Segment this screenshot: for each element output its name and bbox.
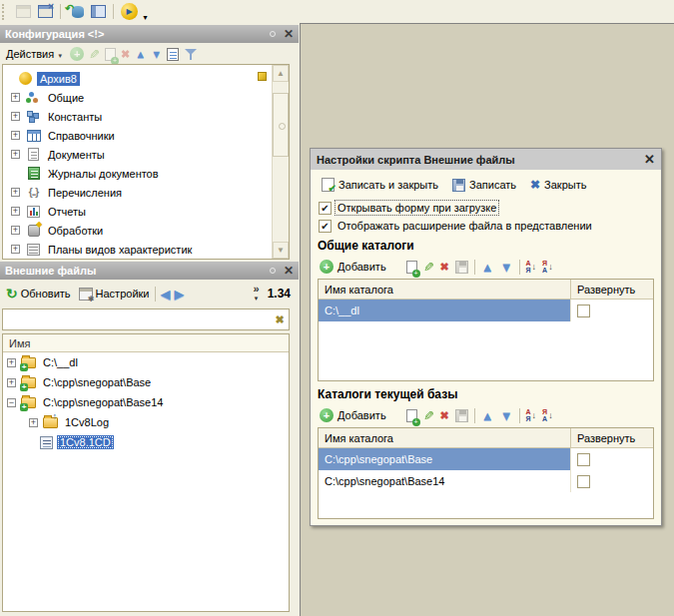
dialog-close-icon[interactable] <box>644 155 655 165</box>
file-tree-item-base[interactable]: C:\cpp\snegopat\Base <box>3 372 289 392</box>
save-button[interactable]: Записать <box>448 177 520 194</box>
delete-icon[interactable] <box>121 48 130 61</box>
close-icon[interactable] <box>284 29 294 39</box>
database-button[interactable] <box>65 2 87 22</box>
expander-icon[interactable] <box>11 93 20 102</box>
expander-icon[interactable] <box>11 207 20 216</box>
run-dropdown-caret[interactable]: ▼ <box>142 14 149 23</box>
scrollbar-thumb[interactable] <box>273 93 289 157</box>
file-tree-item-dl[interactable]: C:\__dl <box>3 352 289 372</box>
move-up-icon[interactable] <box>481 408 494 423</box>
table-row[interactable]: C:\cpp\snegopat\Base <box>319 448 653 470</box>
open-form-checkbox[interactable] <box>319 202 332 215</box>
pin-icon[interactable] <box>270 268 276 274</box>
show-extension-checkbox[interactable] <box>319 220 332 233</box>
table-row[interactable]: C:\__dl <box>319 300 653 321</box>
actions-menu[interactable]: Действия <box>4 46 65 62</box>
expander-icon[interactable] <box>11 131 20 140</box>
filter-icon[interactable] <box>184 47 198 61</box>
back-icon[interactable] <box>160 287 170 302</box>
expander-icon[interactable] <box>11 226 20 235</box>
table-row[interactable]: C:\cpp\snegopat\Base14 <box>319 470 653 492</box>
copy-icon[interactable] <box>105 48 116 61</box>
name-column-header[interactable]: Имя каталога <box>319 428 571 447</box>
files-toolbar: Обновить Настройки » 1.34 <box>0 281 299 307</box>
pin-icon[interactable] <box>270 31 276 37</box>
refresh-button[interactable]: Обновить <box>4 284 73 304</box>
settings-button[interactable]: Настройки <box>77 286 152 303</box>
open-form-label[interactable]: Открывать форму при загрузке <box>336 201 498 215</box>
tree-item-constants[interactable]: Константы <box>11 107 289 126</box>
expander-icon[interactable] <box>11 245 20 254</box>
tree-item-label: Планы видов характеристик <box>45 243 195 257</box>
expander-icon[interactable] <box>7 398 16 407</box>
run-button[interactable] <box>118 2 140 22</box>
add-icon[interactable] <box>70 47 84 61</box>
sort-desc-icon[interactable]: ЯА↓ <box>542 260 553 274</box>
tree-item-label: Архив8 <box>37 72 80 86</box>
tree-item-catalogs[interactable]: Справочники <box>11 126 289 145</box>
move-up-icon[interactable] <box>481 260 494 275</box>
copy-icon[interactable] <box>406 409 417 422</box>
tree-item-journals[interactable]: Журналы документов <box>11 164 289 183</box>
file-tree-item-1cv8log[interactable]: 1Cv8Log <box>3 412 289 432</box>
expander-icon[interactable] <box>11 188 20 197</box>
tree-item-archive8[interactable]: Архив8 <box>3 69 289 88</box>
sort-asc-icon[interactable]: АЯ↓ <box>526 408 537 422</box>
save-and-close-button[interactable]: Записать и закрыть <box>318 176 442 194</box>
move-down-icon[interactable] <box>500 260 513 275</box>
config-panel-title: Конфигурация <!> <box>5 28 104 40</box>
move-down-icon[interactable] <box>151 48 162 60</box>
edit-icon[interactable] <box>423 260 434 275</box>
move-down-icon[interactable] <box>500 408 513 423</box>
window-button[interactable] <box>12 2 34 22</box>
edit-icon[interactable] <box>423 408 434 423</box>
forward-icon[interactable] <box>174 287 184 302</box>
delete-icon[interactable] <box>440 409 449 422</box>
search-input[interactable] <box>3 310 271 328</box>
tree-item-chart-of-characteristic-types[interactable]: Планы видов характеристик <box>11 240 289 259</box>
close-icon[interactable] <box>284 266 294 276</box>
expander-icon[interactable] <box>29 418 38 427</box>
tree-item-dataprocessors[interactable]: Обработки <box>11 221 289 240</box>
expander-icon[interactable] <box>11 150 20 159</box>
dialog-titlebar[interactable]: Настройки скрипта Внешние файлы <box>311 149 661 170</box>
expander-icon[interactable] <box>11 112 20 121</box>
expander-icon[interactable] <box>7 378 16 387</box>
sort-desc-icon[interactable]: ЯА↓ <box>542 408 553 422</box>
toolbar-overflow-button[interactable]: » <box>254 285 260 303</box>
tree-item-enums[interactable]: {..} Перечисления <box>11 183 289 202</box>
files-column-header[interactable]: Имя <box>3 334 289 352</box>
add-button[interactable]: Добавить <box>320 408 386 422</box>
sort-asc-icon[interactable]: АЯ↓ <box>526 260 537 274</box>
window-close-button[interactable]: ✕ <box>34 2 56 22</box>
end-edit-icon[interactable] <box>455 261 468 274</box>
tree-item-documents[interactable]: Документы <box>11 145 289 164</box>
expand-column-header[interactable]: Развернуть <box>571 432 653 444</box>
form-button[interactable] <box>87 2 109 22</box>
end-edit-icon[interactable] <box>455 409 468 422</box>
show-extension-label[interactable]: Отображать расширение файла в представле… <box>336 219 594 233</box>
file-tree-item-base14[interactable]: C:\cpp\snegopat\Base14 <box>3 392 289 412</box>
clear-search-icon[interactable] <box>271 313 289 326</box>
expand-checkbox[interactable] <box>577 475 590 488</box>
scroll-down-icon[interactable]: ▼ <box>273 242 289 259</box>
expand-checkbox[interactable] <box>577 453 590 466</box>
tree-item-reports[interactable]: Отчеты <box>11 202 289 221</box>
edit-icon[interactable] <box>89 47 100 62</box>
delete-icon[interactable] <box>440 261 449 274</box>
config-tree-scrollbar[interactable]: ▲ ▼ <box>272 65 289 259</box>
expand-column-header[interactable]: Развернуть <box>571 284 653 296</box>
move-up-icon[interactable] <box>135 48 146 60</box>
sort-list-icon[interactable] <box>167 48 179 61</box>
name-column-header[interactable]: Имя каталога <box>319 280 571 299</box>
close-button[interactable]: Закрыть <box>526 176 590 194</box>
copy-icon[interactable] <box>406 261 417 274</box>
tree-item-common[interactable]: Общие <box>11 88 289 107</box>
toolbar-grip[interactable] <box>2 4 7 20</box>
expander-icon[interactable] <box>7 358 16 367</box>
expand-checkbox[interactable] <box>577 305 590 317</box>
file-tree-item-1cv8-1cd[interactable]: 1Cv8.1CD <box>3 432 289 452</box>
scroll-up-icon[interactable]: ▲ <box>273 65 289 82</box>
add-button[interactable]: Добавить <box>320 260 386 274</box>
